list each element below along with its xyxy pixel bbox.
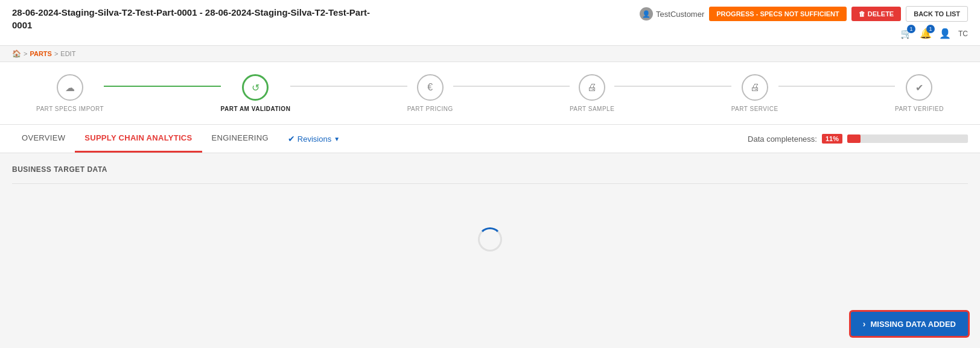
step-label-service: PART SERVICE [731, 106, 778, 112]
step-label-sample: PART SAMPLE [570, 106, 614, 112]
tab-engineering[interactable]: ENGINEERING [202, 125, 278, 153]
cart-badge: 1 [907, 25, 915, 33]
account-icon[interactable]: 👤 [939, 28, 951, 39]
data-completeness: Data completeness: 11% [748, 134, 968, 144]
step-label-verified: PART VERIFIED [895, 106, 944, 112]
connector-4 [614, 86, 731, 87]
header-icons: 🛒 1 🔔 1 👤 TC [900, 28, 968, 39]
revisions-label: Revisions [298, 134, 331, 144]
revisions-check-icon: ✔ [288, 134, 295, 144]
missing-data-arrow-icon: › [863, 319, 866, 329]
step-icon-specs: ☁ [57, 74, 83, 101]
step-label-pricing: PART PRICING [407, 106, 453, 112]
step-icon-sample: 🖨 [579, 74, 605, 101]
missing-data-label: MISSING DATA ADDED [870, 320, 956, 329]
cart-icon[interactable]: 🛒 1 [900, 28, 912, 39]
step-label-specs: PART SPECS IMPORT [36, 106, 104, 112]
tab-supply-chain-analytics[interactable]: SUPPLY CHAIN ANALYTICS [75, 125, 202, 153]
step-part-verified[interactable]: ✔ PART VERIFIED [895, 74, 944, 112]
completeness-bar-wrap [847, 134, 968, 143]
main-content: BUSINESS TARGET DATA [0, 153, 980, 334]
user-icon: 👤 [640, 7, 653, 21]
connector-1 [104, 86, 220, 87]
page-title: 28-06-2024-Staging-Silva-T2-Test-Part-00… [12, 6, 374, 31]
completeness-badge: 11% [822, 134, 842, 144]
step-part-specs-import[interactable]: ☁ PART SPECS IMPORT [36, 74, 104, 112]
completeness-label: Data completeness: [748, 134, 817, 144]
section-divider [12, 183, 968, 184]
progress-steps: ☁ PART SPECS IMPORT ↺ PART AM VALIDATION… [0, 62, 980, 125]
step-icon-pricing: € [417, 74, 444, 101]
bell-badge: 1 [926, 25, 935, 33]
header: 28-06-2024-Staging-Silva-T2-Test-Part-00… [0, 0, 980, 46]
delete-button[interactable]: 🗑 DELETE [851, 7, 901, 21]
completeness-bar [847, 134, 861, 143]
tab-overview[interactable]: OVERVIEW [12, 125, 75, 153]
progress-button[interactable]: PROGRESS - SPECS NOT SUFFICIENT [709, 7, 847, 21]
loading-spinner-container [12, 191, 968, 288]
step-icon-verified: ✔ [906, 74, 932, 101]
connector-3 [453, 86, 570, 87]
bottom-right-action: › MISSING DATA ADDED [851, 312, 968, 334]
user-info: 👤 TestCustomer [640, 7, 704, 21]
tabs: OVERVIEW SUPPLY CHAIN ANALYTICS ENGINEER… [12, 125, 349, 153]
step-part-sample[interactable]: 🖨 PART SAMPLE [570, 74, 614, 112]
user-name: TestCustomer [656, 10, 704, 19]
connector-5 [778, 86, 895, 87]
home-icon[interactable]: 🏠 [12, 49, 21, 58]
tc-label: TC [958, 30, 968, 38]
step-icon-service: 🖨 [742, 74, 768, 101]
breadcrumb: 🏠 > PARTS > EDIT [0, 46, 980, 62]
back-to-list-button[interactable]: BACK TO LIST [906, 6, 968, 22]
header-right-top: 👤 TestCustomer PROGRESS - SPECS NOT SUFF… [640, 6, 968, 22]
trash-icon: 🗑 [859, 10, 865, 17]
section-title: BUSINESS TARGET DATA [12, 165, 968, 174]
tabs-container: OVERVIEW SUPPLY CHAIN ANALYTICS ENGINEER… [0, 125, 980, 153]
breadcrumb-sep1: > [24, 50, 27, 57]
connector-2 [290, 86, 407, 87]
breadcrumb-parts[interactable]: PARTS [30, 50, 51, 57]
step-part-service[interactable]: 🖨 PART SERVICE [731, 74, 778, 112]
step-label-am: PART AM VALIDATION [221, 106, 291, 112]
step-part-pricing[interactable]: € PART PRICING [407, 74, 453, 112]
step-part-am-validation[interactable]: ↺ PART AM VALIDATION [221, 74, 291, 112]
tab-revisions[interactable]: ✔ Revisions ▼ [278, 125, 349, 153]
breadcrumb-edit: EDIT [60, 50, 75, 57]
loading-spinner [478, 227, 502, 252]
step-icon-am: ↺ [242, 74, 269, 101]
header-right: 👤 TestCustomer PROGRESS - SPECS NOT SUFF… [640, 6, 968, 39]
missing-data-added-button[interactable]: › MISSING DATA ADDED [851, 312, 968, 334]
bell-icon[interactable]: 🔔 1 [920, 28, 932, 39]
breadcrumb-sep2: > [54, 50, 58, 57]
revisions-chevron-icon: ▼ [334, 136, 340, 142]
